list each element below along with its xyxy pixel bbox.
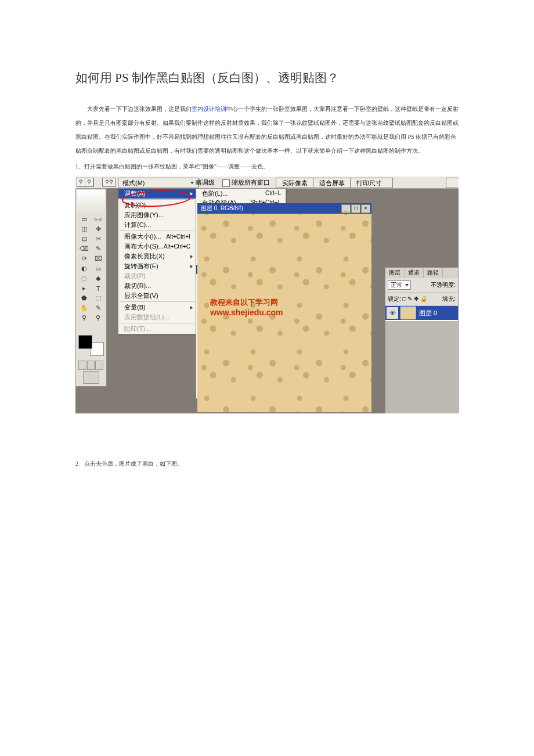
ps-screenshot: ⚲ ⚲ ⚲⚲ 模式(M) 略调级 缩放所有窗口 实际像素 适合屏幕 打印尺寸 |… <box>75 177 459 413</box>
intro-paragraph: 大家先看一下下边这张效果图，这是我们室内设计培训中心一个学生的一张卧室效果图，大… <box>75 102 459 158</box>
watermark-text-2: www.shejiedu.com <box>210 308 283 317</box>
tool-cell[interactable]: ⬚ <box>91 293 105 303</box>
intro-after: 中心一个学生的一张卧室效果图，大家再注意看一下卧室的壁纸，这种壁纸是带有一定反射… <box>75 106 459 154</box>
layer-row-0[interactable]: 👁 图层 0 <box>385 306 458 320</box>
image-menu: 调整(A) 复制(D)... 应用图像(Y)... 计算(C)... 图像大小(… <box>118 188 197 334</box>
screen-mode-buttons[interactable] <box>78 361 104 370</box>
tool-cell[interactable]: ✎ <box>91 244 105 254</box>
watermark-text-1: 教程来自以下学习网 <box>210 297 278 308</box>
window-minimize-icon[interactable]: _ <box>341 204 351 213</box>
foreground-color[interactable] <box>78 335 92 349</box>
tool-cell[interactable]: ▭ <box>91 264 105 273</box>
zoom-all-checkbox[interactable]: 缩放所有窗口 <box>222 178 270 187</box>
tool-cell[interactable]: ◌ <box>77 273 91 283</box>
brush-preview <box>77 190 105 213</box>
tool-cell[interactable]: ⌫ <box>77 244 91 254</box>
tool-cell[interactable]: ✎ <box>91 303 105 313</box>
menu-trap: 陷印(T)... <box>118 324 196 334</box>
zoom-adjust-label: 略调级 <box>196 178 215 187</box>
layers-empty-area <box>385 321 458 413</box>
layer-name: 图层 0 <box>419 309 437 318</box>
window-maximize-icon[interactable]: □ <box>351 204 360 213</box>
opacity-label: 不透明度: <box>431 281 456 289</box>
menu-datasets: 应用数据组(L)... <box>118 312 196 322</box>
palette-toggle-button[interactable] <box>446 178 459 188</box>
tool-cell[interactable]: ◫ <box>77 224 91 234</box>
tool-cell[interactable]: ▹◃ <box>91 214 105 224</box>
actual-pixels-button[interactable]: 实际像素 <box>276 178 319 188</box>
tool-cell[interactable]: ▭ <box>77 214 91 224</box>
options-bar-left: ⚲ ⚲ ⚲⚲ <box>75 177 118 188</box>
lock-label: 锁定: <box>388 296 401 302</box>
menu-duplicate[interactable]: 复制(D)... <box>118 200 196 210</box>
tool-cell[interactable]: ✥ <box>91 224 105 234</box>
zoom-in-icon[interactable]: ⚲ <box>77 178 85 186</box>
submenu-levels[interactable]: 色阶(L)...Ctrl+L <box>196 189 286 198</box>
lock-icons[interactable]: □ ✎ ✥ 🔒 <box>403 296 427 302</box>
tool-cell[interactable]: ⊡ <box>77 234 91 244</box>
visibility-eye-icon[interactable]: 👁 <box>387 307 398 319</box>
tab-layers[interactable]: 图层 <box>385 268 405 278</box>
zoom-out-icon[interactable]: ⚲ <box>85 178 93 186</box>
window-close-icon[interactable]: × <box>361 204 370 213</box>
tools-palette: ▭▹◃◫✥⊡✂⌫✎⟳⌧◐▭◌◆▸T⬟⬚✋✎⚲⚲ <box>75 188 107 387</box>
menu-crop: 裁切(P) <box>118 271 196 281</box>
layers-panel-tabs: 图层 通道 路径 <box>385 268 458 278</box>
menu-adjust[interactable]: 调整(A) <box>118 189 196 199</box>
document-window: 图层 0, RGB/8#) _ □ × 教程来自以下学习网 www.shejie… <box>197 203 371 412</box>
blend-mode-select[interactable]: 正常 <box>388 280 411 290</box>
tab-channels[interactable]: 通道 <box>405 268 424 278</box>
menu-reveal-all[interactable]: 显示全部(V) <box>118 291 196 301</box>
tool-cell[interactable]: ▸ <box>77 283 91 293</box>
zoom-tool-group[interactable]: ⚲ ⚲ <box>77 178 94 187</box>
jump-to-imageready-icon[interactable] <box>83 371 99 384</box>
tool-cell[interactable]: ⌧ <box>91 254 105 264</box>
menu-image-size[interactable]: 图像大小(I)...Alt+Ctrl+I <box>118 232 196 242</box>
tool-cell[interactable]: T <box>91 283 105 293</box>
step-2-text: 2、点击去色后，图片成了黑白，如下图。 <box>75 460 459 468</box>
menu-pixel-ratio[interactable]: 像素长宽比(X) <box>118 251 196 261</box>
color-swatches[interactable] <box>78 335 104 356</box>
tool-cell[interactable]: ⟳ <box>77 254 91 264</box>
menu-calculations[interactable]: 计算(C)... <box>118 220 196 230</box>
layers-panel: 图层 通道 路径 正常 不透明度: 锁定: □ ✎ ✥ 🔒 填充: 👁 图层 0 <box>385 267 459 413</box>
tab-paths[interactable]: 路径 <box>424 268 443 278</box>
print-size-button[interactable]: 打印尺寸 <box>350 178 393 188</box>
zoom-preset[interactable]: ⚲⚲ <box>102 178 116 187</box>
options-bar: 模式(M) 略调级 缩放所有窗口 实际像素 适合屏幕 打印尺寸 | 画笔 工具预… <box>118 177 459 189</box>
fit-screen-button[interactable]: 适合屏幕 <box>313 178 356 188</box>
tool-cell[interactable]: ⚲ <box>77 313 91 323</box>
mode-dropdown[interactable]: 模式(M) <box>118 178 199 188</box>
tool-cell[interactable]: ⬟ <box>77 293 91 303</box>
tool-cell[interactable]: ◐ <box>77 264 91 273</box>
menu-rotate-canvas[interactable]: 旋转画布(E) <box>118 261 196 271</box>
menu-variables[interactable]: 变量(B) <box>118 303 196 312</box>
article-title: 如何用 PS 制作黑白贴图（反白图）、透明贴图？ <box>75 70 459 86</box>
tool-cell[interactable]: ⚲ <box>91 313 105 323</box>
tool-cell[interactable]: ◆ <box>91 273 105 283</box>
step-1-text: 1、打开需要做黑白贴图的一张布纹贴图，菜单栏"图像"——调整——去色。 <box>75 163 459 171</box>
intro-before: 大家先看一下下边这张效果图，这是我们 <box>75 106 192 112</box>
fill-label: 填充: <box>442 295 456 303</box>
tool-cell[interactable]: ✋ <box>77 303 91 313</box>
menu-canvas-size[interactable]: 画布大小(S)...Alt+Ctrl+C <box>118 242 196 251</box>
tool-cell[interactable]: ✂ <box>91 234 105 244</box>
menu-apply-image[interactable]: 应用图像(Y)... <box>118 210 196 220</box>
training-link[interactable]: 室内设计培训 <box>192 106 226 112</box>
document-titlebar: 图层 0, RGB/8#) _ □ × <box>197 203 371 214</box>
layer-thumbnail <box>400 307 416 319</box>
menu-trim[interactable]: 裁切(R)... <box>118 281 196 291</box>
